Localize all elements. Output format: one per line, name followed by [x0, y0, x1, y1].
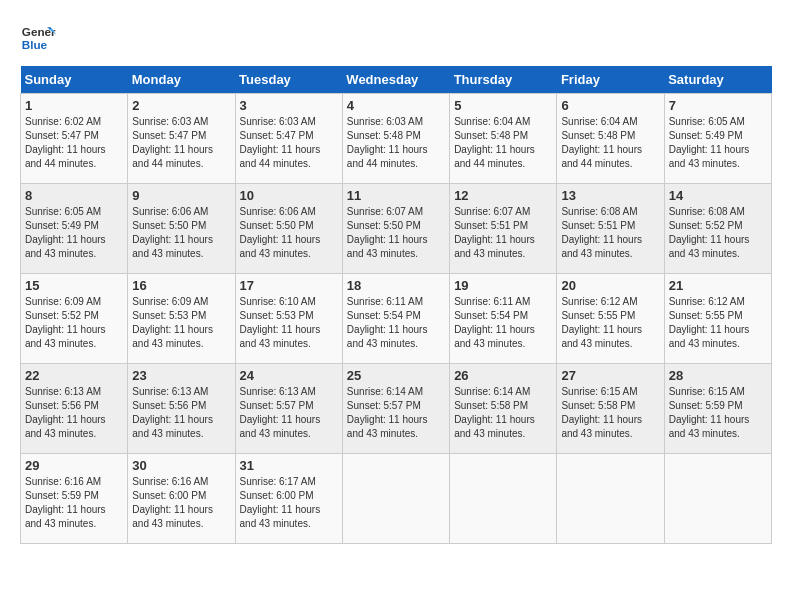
- svg-text:Blue: Blue: [22, 38, 48, 51]
- column-header-tuesday: Tuesday: [235, 66, 342, 94]
- day-cell-17: 17Sunrise: 6:10 AMSunset: 5:53 PMDayligh…: [235, 274, 342, 364]
- day-cell-20: 20Sunrise: 6:12 AMSunset: 5:55 PMDayligh…: [557, 274, 664, 364]
- day-cell-8: 8Sunrise: 6:05 AMSunset: 5:49 PMDaylight…: [21, 184, 128, 274]
- day-info: Sunrise: 6:03 AMSunset: 5:47 PMDaylight:…: [132, 116, 213, 169]
- day-number: 12: [454, 188, 552, 203]
- day-number: 23: [132, 368, 230, 383]
- day-info: Sunrise: 6:15 AMSunset: 5:58 PMDaylight:…: [561, 386, 642, 439]
- day-number: 19: [454, 278, 552, 293]
- day-info: Sunrise: 6:14 AMSunset: 5:58 PMDaylight:…: [454, 386, 535, 439]
- day-cell-13: 13Sunrise: 6:08 AMSunset: 5:51 PMDayligh…: [557, 184, 664, 274]
- calendar-table: SundayMondayTuesdayWednesdayThursdayFrid…: [20, 66, 772, 544]
- day-cell-14: 14Sunrise: 6:08 AMSunset: 5:52 PMDayligh…: [664, 184, 771, 274]
- day-cell-1: 1Sunrise: 6:02 AMSunset: 5:47 PMDaylight…: [21, 94, 128, 184]
- day-info: Sunrise: 6:13 AMSunset: 5:56 PMDaylight:…: [25, 386, 106, 439]
- svg-text:General: General: [22, 25, 56, 38]
- day-number: 4: [347, 98, 445, 113]
- day-cell-3: 3Sunrise: 6:03 AMSunset: 5:47 PMDaylight…: [235, 94, 342, 184]
- day-info: Sunrise: 6:12 AMSunset: 5:55 PMDaylight:…: [561, 296, 642, 349]
- day-info: Sunrise: 6:16 AMSunset: 5:59 PMDaylight:…: [25, 476, 106, 529]
- day-info: Sunrise: 6:13 AMSunset: 5:56 PMDaylight:…: [132, 386, 213, 439]
- day-number: 16: [132, 278, 230, 293]
- day-info: Sunrise: 6:10 AMSunset: 5:53 PMDaylight:…: [240, 296, 321, 349]
- day-number: 11: [347, 188, 445, 203]
- empty-cell: [342, 454, 449, 544]
- day-info: Sunrise: 6:15 AMSunset: 5:59 PMDaylight:…: [669, 386, 750, 439]
- day-number: 27: [561, 368, 659, 383]
- day-cell-22: 22Sunrise: 6:13 AMSunset: 5:56 PMDayligh…: [21, 364, 128, 454]
- day-number: 5: [454, 98, 552, 113]
- day-info: Sunrise: 6:05 AMSunset: 5:49 PMDaylight:…: [669, 116, 750, 169]
- day-number: 22: [25, 368, 123, 383]
- day-number: 1: [25, 98, 123, 113]
- day-cell-11: 11Sunrise: 6:07 AMSunset: 5:50 PMDayligh…: [342, 184, 449, 274]
- day-number: 2: [132, 98, 230, 113]
- day-info: Sunrise: 6:11 AMSunset: 5:54 PMDaylight:…: [347, 296, 428, 349]
- empty-cell: [664, 454, 771, 544]
- day-info: Sunrise: 6:16 AMSunset: 6:00 PMDaylight:…: [132, 476, 213, 529]
- day-number: 3: [240, 98, 338, 113]
- calendar-week-5: 29Sunrise: 6:16 AMSunset: 5:59 PMDayligh…: [21, 454, 772, 544]
- day-number: 15: [25, 278, 123, 293]
- day-number: 30: [132, 458, 230, 473]
- day-cell-6: 6Sunrise: 6:04 AMSunset: 5:48 PMDaylight…: [557, 94, 664, 184]
- day-info: Sunrise: 6:13 AMSunset: 5:57 PMDaylight:…: [240, 386, 321, 439]
- calendar-week-3: 15Sunrise: 6:09 AMSunset: 5:52 PMDayligh…: [21, 274, 772, 364]
- day-info: Sunrise: 6:05 AMSunset: 5:49 PMDaylight:…: [25, 206, 106, 259]
- day-cell-9: 9Sunrise: 6:06 AMSunset: 5:50 PMDaylight…: [128, 184, 235, 274]
- day-number: 10: [240, 188, 338, 203]
- day-cell-7: 7Sunrise: 6:05 AMSunset: 5:49 PMDaylight…: [664, 94, 771, 184]
- day-cell-26: 26Sunrise: 6:14 AMSunset: 5:58 PMDayligh…: [450, 364, 557, 454]
- column-header-sunday: Sunday: [21, 66, 128, 94]
- day-number: 25: [347, 368, 445, 383]
- day-cell-23: 23Sunrise: 6:13 AMSunset: 5:56 PMDayligh…: [128, 364, 235, 454]
- day-number: 7: [669, 98, 767, 113]
- day-number: 31: [240, 458, 338, 473]
- day-cell-28: 28Sunrise: 6:15 AMSunset: 5:59 PMDayligh…: [664, 364, 771, 454]
- day-cell-21: 21Sunrise: 6:12 AMSunset: 5:55 PMDayligh…: [664, 274, 771, 364]
- day-info: Sunrise: 6:06 AMSunset: 5:50 PMDaylight:…: [240, 206, 321, 259]
- day-cell-31: 31Sunrise: 6:17 AMSunset: 6:00 PMDayligh…: [235, 454, 342, 544]
- column-header-monday: Monday: [128, 66, 235, 94]
- day-cell-16: 16Sunrise: 6:09 AMSunset: 5:53 PMDayligh…: [128, 274, 235, 364]
- day-number: 24: [240, 368, 338, 383]
- day-info: Sunrise: 6:04 AMSunset: 5:48 PMDaylight:…: [454, 116, 535, 169]
- day-info: Sunrise: 6:17 AMSunset: 6:00 PMDaylight:…: [240, 476, 321, 529]
- day-cell-29: 29Sunrise: 6:16 AMSunset: 5:59 PMDayligh…: [21, 454, 128, 544]
- calendar-week-4: 22Sunrise: 6:13 AMSunset: 5:56 PMDayligh…: [21, 364, 772, 454]
- day-number: 29: [25, 458, 123, 473]
- day-cell-30: 30Sunrise: 6:16 AMSunset: 6:00 PMDayligh…: [128, 454, 235, 544]
- column-header-friday: Friday: [557, 66, 664, 94]
- day-info: Sunrise: 6:09 AMSunset: 5:53 PMDaylight:…: [132, 296, 213, 349]
- day-cell-18: 18Sunrise: 6:11 AMSunset: 5:54 PMDayligh…: [342, 274, 449, 364]
- day-info: Sunrise: 6:08 AMSunset: 5:51 PMDaylight:…: [561, 206, 642, 259]
- day-number: 9: [132, 188, 230, 203]
- day-info: Sunrise: 6:07 AMSunset: 5:50 PMDaylight:…: [347, 206, 428, 259]
- day-info: Sunrise: 6:09 AMSunset: 5:52 PMDaylight:…: [25, 296, 106, 349]
- day-number: 28: [669, 368, 767, 383]
- day-cell-15: 15Sunrise: 6:09 AMSunset: 5:52 PMDayligh…: [21, 274, 128, 364]
- logo-icon: General Blue: [20, 20, 56, 56]
- column-header-wednesday: Wednesday: [342, 66, 449, 94]
- day-number: 26: [454, 368, 552, 383]
- calendar-week-2: 8Sunrise: 6:05 AMSunset: 5:49 PMDaylight…: [21, 184, 772, 274]
- day-cell-24: 24Sunrise: 6:13 AMSunset: 5:57 PMDayligh…: [235, 364, 342, 454]
- day-number: 18: [347, 278, 445, 293]
- day-cell-12: 12Sunrise: 6:07 AMSunset: 5:51 PMDayligh…: [450, 184, 557, 274]
- column-header-saturday: Saturday: [664, 66, 771, 94]
- day-info: Sunrise: 6:03 AMSunset: 5:48 PMDaylight:…: [347, 116, 428, 169]
- day-cell-27: 27Sunrise: 6:15 AMSunset: 5:58 PMDayligh…: [557, 364, 664, 454]
- day-cell-4: 4Sunrise: 6:03 AMSunset: 5:48 PMDaylight…: [342, 94, 449, 184]
- day-cell-10: 10Sunrise: 6:06 AMSunset: 5:50 PMDayligh…: [235, 184, 342, 274]
- day-number: 13: [561, 188, 659, 203]
- empty-cell: [450, 454, 557, 544]
- day-number: 6: [561, 98, 659, 113]
- day-info: Sunrise: 6:08 AMSunset: 5:52 PMDaylight:…: [669, 206, 750, 259]
- empty-cell: [557, 454, 664, 544]
- day-cell-19: 19Sunrise: 6:11 AMSunset: 5:54 PMDayligh…: [450, 274, 557, 364]
- calendar-header-row: SundayMondayTuesdayWednesdayThursdayFrid…: [21, 66, 772, 94]
- column-header-thursday: Thursday: [450, 66, 557, 94]
- calendar-week-1: 1Sunrise: 6:02 AMSunset: 5:47 PMDaylight…: [21, 94, 772, 184]
- day-info: Sunrise: 6:03 AMSunset: 5:47 PMDaylight:…: [240, 116, 321, 169]
- day-number: 14: [669, 188, 767, 203]
